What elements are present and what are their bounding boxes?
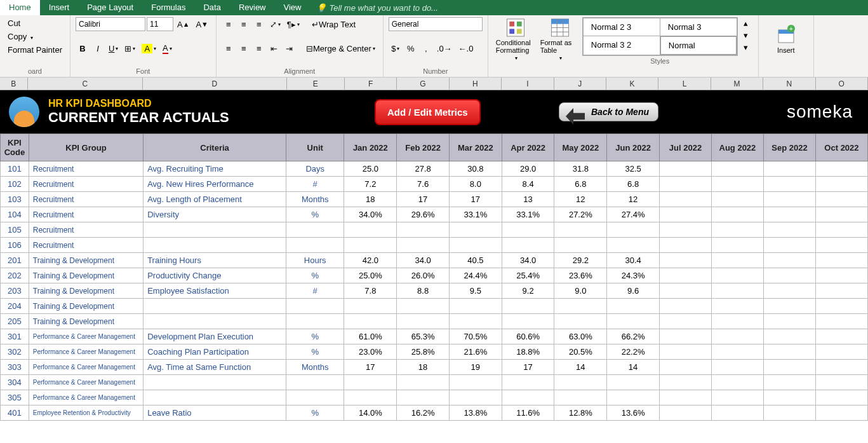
cell[interactable]	[815, 360, 867, 375]
col-header-L[interactable]: L	[658, 78, 711, 90]
cell[interactable]	[711, 283, 763, 299]
cell[interactable]	[607, 222, 660, 238]
cell[interactable]	[502, 314, 554, 329]
cell[interactable]: 24.3%	[607, 268, 660, 283]
indent-dec-button[interactable]: ⇤	[267, 42, 281, 56]
ltr-button[interactable]: ¶▸▾	[284, 17, 302, 31]
cell[interactable]	[815, 268, 867, 283]
cell[interactable]: 205	[1, 314, 29, 329]
cell[interactable]: 104	[1, 207, 29, 222]
cell[interactable]: 13.6%	[607, 406, 660, 421]
cell[interactable]	[659, 161, 711, 177]
cell[interactable]: 9.5	[449, 283, 502, 299]
cell[interactable]: %	[286, 268, 344, 283]
cell[interactable]: Training & Development	[29, 314, 143, 329]
style-normal[interactable]: Normal	[660, 36, 737, 55]
cell[interactable]: 25.0	[344, 161, 397, 177]
cell[interactable]	[815, 390, 867, 406]
cell[interactable]	[607, 238, 660, 253]
col-header-E[interactable]: E	[287, 78, 345, 90]
cell[interactable]	[763, 360, 815, 375]
cell[interactable]: 27.2%	[554, 207, 607, 222]
cell[interactable]	[344, 314, 397, 329]
cell[interactable]	[397, 390, 450, 406]
styles-down-button[interactable]: ▾	[739, 29, 753, 41]
cell[interactable]	[815, 207, 867, 222]
cell[interactable]	[763, 375, 815, 390]
cell[interactable]: 40.5	[449, 253, 502, 268]
cell[interactable]	[144, 375, 286, 390]
cell[interactable]	[449, 314, 502, 329]
cell[interactable]: 22.2%	[607, 344, 660, 360]
cell[interactable]	[711, 360, 763, 375]
cell[interactable]	[607, 299, 660, 314]
cell[interactable]: 301	[1, 329, 29, 344]
cell[interactable]: 14	[607, 360, 660, 375]
cell[interactable]	[763, 222, 815, 238]
cell[interactable]: 102	[1, 177, 29, 192]
cell[interactable]: 34.0	[397, 253, 450, 268]
col-header-O[interactable]: O	[816, 78, 868, 90]
cell[interactable]	[711, 344, 763, 360]
col-header-M[interactable]: M	[711, 78, 763, 90]
cell[interactable]	[763, 268, 815, 283]
cell[interactable]: Avg. Recruiting Time	[144, 161, 286, 177]
tell-me[interactable]: 💡Tell me what you want to do...	[310, 0, 444, 15]
font-color-button[interactable]: A▾	[160, 42, 175, 56]
cell[interactable]	[659, 406, 711, 421]
cell[interactable]	[144, 222, 286, 238]
cell[interactable]	[711, 314, 763, 329]
cell[interactable]	[144, 314, 286, 329]
cell[interactable]: 31.8	[554, 161, 607, 177]
col-header-G[interactable]: G	[397, 78, 449, 90]
cell[interactable]	[763, 283, 815, 299]
cell[interactable]: 17	[502, 360, 554, 375]
fill-color-button[interactable]: A▾	[139, 42, 159, 56]
align-right-button[interactable]: ≡	[252, 42, 266, 56]
add-edit-metrics-button[interactable]: Add / Edit Metrics	[375, 99, 481, 125]
cell[interactable]: 63.0%	[554, 329, 607, 344]
font-size-select[interactable]	[147, 17, 173, 31]
style-normal-2-3[interactable]: Normal 2 3	[584, 18, 660, 36]
cell[interactable]: 8.0	[449, 177, 502, 192]
cell[interactable]	[763, 238, 815, 253]
cell[interactable]: 66.2%	[607, 329, 660, 344]
cell[interactable]: Recruitment	[29, 161, 143, 177]
align-top-button[interactable]: ≡	[222, 17, 236, 31]
tab-home[interactable]: Home	[0, 0, 40, 15]
cell[interactable]	[659, 344, 711, 360]
cell[interactable]	[659, 222, 711, 238]
cell[interactable]	[144, 238, 286, 253]
cell[interactable]	[344, 222, 397, 238]
cell[interactable]	[659, 207, 711, 222]
cell[interactable]: 305	[1, 390, 29, 406]
cut-button[interactable]: Cut	[5, 17, 65, 29]
cell[interactable]	[554, 222, 607, 238]
cell[interactable]	[659, 329, 711, 344]
cell[interactable]	[344, 375, 397, 390]
cell[interactable]: Employee Satisfaction	[144, 283, 286, 299]
cell[interactable]: 17	[344, 360, 397, 375]
merge-center-button[interactable]: ⊟ Merge & Center▾	[304, 42, 378, 56]
tab-formulas[interactable]: Formulas	[142, 0, 194, 15]
cell[interactable]: 9.2	[502, 283, 554, 299]
cell[interactable]: %	[286, 329, 344, 344]
cell[interactable]: 23.6%	[554, 268, 607, 283]
cell[interactable]	[763, 329, 815, 344]
cell[interactable]	[711, 207, 763, 222]
cell[interactable]: Leave Ratio	[144, 406, 286, 421]
cell[interactable]: Months	[286, 360, 344, 375]
cell[interactable]	[659, 177, 711, 192]
cell[interactable]: 17	[449, 192, 502, 207]
cell[interactable]: 12.8%	[554, 406, 607, 421]
cell[interactable]	[659, 283, 711, 299]
cell[interactable]	[763, 192, 815, 207]
cell[interactable]	[397, 222, 450, 238]
font-name-select[interactable]	[76, 17, 145, 31]
cell[interactable]: Months	[286, 192, 344, 207]
cell[interactable]	[659, 238, 711, 253]
cell[interactable]	[449, 238, 502, 253]
cell[interactable]	[502, 222, 554, 238]
cell[interactable]	[502, 375, 554, 390]
cell[interactable]	[659, 390, 711, 406]
